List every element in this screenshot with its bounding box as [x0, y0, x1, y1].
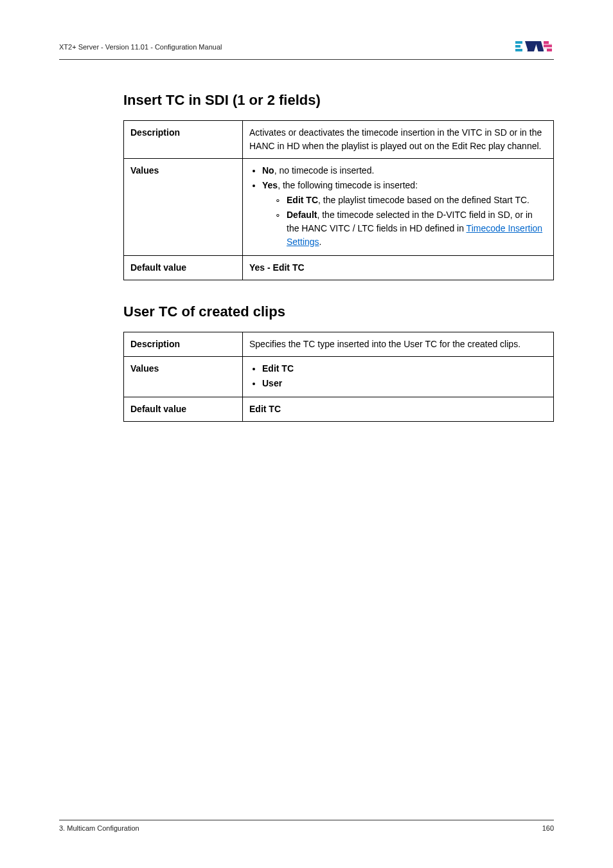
page-footer: 3. Multicam Configuration 160: [59, 820, 554, 832]
table-row: Default value Edit TC: [124, 397, 554, 422]
value-yes: Yes: [262, 180, 278, 190]
svg-rect-12: [544, 49, 547, 52]
values-list: No, no timecode is inserted. Yes, the fo…: [249, 164, 547, 249]
value-no-text: , no timecode is inserted.: [274, 165, 375, 176]
svg-rect-1: [515, 45, 520, 48]
cell-description-value: Activates or deactivates the timecode in…: [243, 121, 554, 159]
page: XT2+ Server - Version 11.01 - Configurat…: [0, 0, 613, 422]
svg-rect-11: [549, 41, 552, 44]
table-insert-tc: Description Activates or deactivates the…: [123, 120, 554, 280]
list-item: No, no timecode is inserted.: [262, 164, 547, 177]
table-row: Values No, no timecode is inserted. Yes,…: [124, 159, 554, 256]
value-no: No: [262, 165, 274, 176]
table-row: Default value Yes - Edit TC: [124, 256, 554, 280]
cell-values-value: Edit TC User: [243, 357, 554, 397]
cell-values-label: Values: [124, 357, 243, 397]
svg-rect-2: [515, 49, 522, 51]
cell-description-label: Description: [124, 121, 243, 159]
cell-default-label: Default value: [124, 397, 243, 422]
footer-section: 3. Multicam Configuration: [59, 824, 139, 832]
value-yes-text: , the following timecode is inserted:: [278, 180, 418, 190]
list-item: Default, the timecode selected in the D-…: [278, 208, 547, 249]
sub-edit-tc: Edit TC: [287, 195, 318, 205]
table-row: Description Activates or deactivates the…: [124, 121, 554, 159]
sub-default-tail: .: [319, 237, 322, 247]
values-list: Edit TC User: [249, 362, 547, 390]
value-user: User: [262, 378, 282, 388]
header-title: XT2+ Server - Version 11.01 - Configurat…: [59, 43, 222, 51]
svg-marker-7: [535, 41, 544, 51]
page-header: XT2+ Server - Version 11.01 - Configurat…: [59, 39, 554, 60]
footer-page-number: 160: [542, 824, 554, 832]
svg-rect-0: [515, 41, 522, 44]
value-edit-tc: Edit TC: [262, 363, 294, 374]
table-user-tc: Description Specifies the TC type insert…: [123, 332, 554, 422]
list-item: Edit TC, the playlist timecode based on …: [278, 194, 547, 207]
default-value-text: Edit TC: [249, 404, 281, 414]
table-row: Description Specifies the TC type insert…: [124, 332, 554, 357]
sub-edit-tc-text: , the playlist timecode based on the def…: [318, 195, 529, 205]
list-item: Yes, the following timecode is inserted:…: [262, 179, 547, 249]
table-row: Values Edit TC User: [124, 357, 554, 397]
svg-rect-9: [544, 45, 552, 48]
cell-values-label: Values: [124, 159, 243, 256]
cell-default-value: Yes - Edit TC: [243, 256, 554, 280]
sub-default: Default: [287, 210, 317, 220]
brand-logo: [515, 39, 554, 55]
cell-default-value: Edit TC: [243, 397, 554, 422]
cell-values-value: No, no timecode is inserted. Yes, the fo…: [243, 159, 554, 256]
evs-logo-icon: [515, 39, 554, 53]
cell-description-value: Specifies the TC type inserted into the …: [243, 332, 554, 357]
section-heading-user-tc: User TC of created clips: [123, 303, 554, 320]
list-item: User: [262, 377, 547, 390]
section-heading-insert-tc: Insert TC in SDI (1 or 2 fields): [123, 92, 554, 109]
cell-description-label: Description: [124, 332, 243, 357]
list-item: Edit TC: [262, 362, 547, 375]
cell-default-label: Default value: [124, 256, 243, 280]
values-sublist: Edit TC, the playlist timecode based on …: [262, 194, 547, 249]
default-value-text: Yes - Edit TC: [249, 262, 305, 273]
